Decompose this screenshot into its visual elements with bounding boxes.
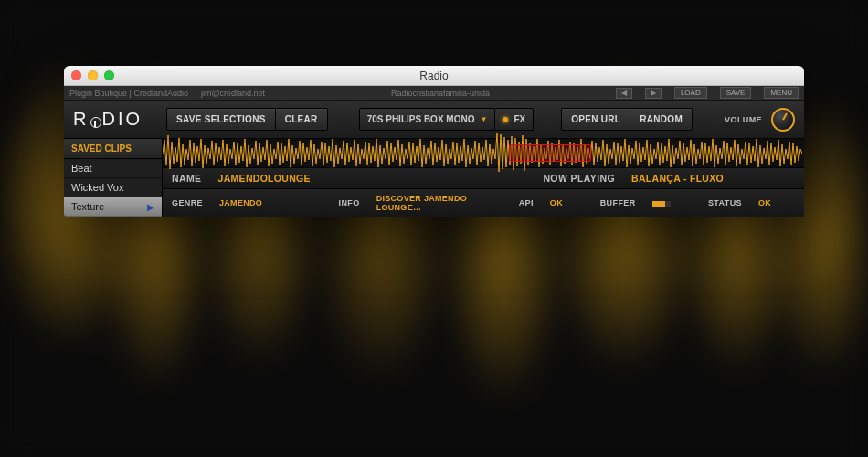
sidebar-item-beat[interactable]: Beat [64,159,162,178]
sidebar-item-texture[interactable]: Texture ▶ [64,197,162,217]
buffer-label: BUFFER [600,198,636,207]
app-logo: R DIO [73,109,143,130]
menu-button[interactable]: MENU [764,87,799,99]
genre-label: GENRE [172,198,203,207]
genre-value: JAMENDO [219,198,262,207]
preset-name[interactable]: Radiocristianafamilia-unida [391,89,490,98]
info-value: DISCOVER JAMENDO LOUNGE… [376,194,486,212]
play-icon: ▶ [147,202,154,212]
save-preset-button[interactable]: SAVE [720,87,752,99]
titlebar: Radio [64,66,804,86]
main-panel: NAME JAMENDOLOUNGE NOW PLAYING BALANÇA -… [163,139,804,217]
plugin-user: jim@credland.net [201,89,265,98]
api-value: OK [550,198,563,207]
status-value: OK [758,198,771,207]
api-label: API [519,198,534,207]
app-window: Radio Plugin Boutique | CredlandAudio ji… [64,66,804,217]
plugin-vendor: Plugin Boutique | CredlandAudio [69,89,188,98]
radio-icon [89,115,101,128]
info-row-secondary: GENRE JAMENDO INFO DISCOVER JAMENDO LOUN… [163,188,804,217]
main-body: SAVED CLIPS Beat Wicked Vox Texture ▶ NA… [64,139,804,217]
preset-prev-button[interactable]: ◀ [616,88,632,99]
logo-text-pre: R [73,109,89,130]
waveform-area[interactable] [163,139,804,167]
logo-text-post: DIO [101,109,143,130]
selection-region[interactable] [509,144,591,162]
load-button[interactable]: LOAD [674,87,707,99]
sidebar-header: SAVED CLIPS [64,139,162,159]
preset-next-button[interactable]: ▶ [645,88,662,99]
buffer-meter [652,201,672,207]
window-title: Radio [64,69,804,82]
info-label: INFO [339,198,360,207]
waveform-icon [163,122,802,186]
sidebar: SAVED CLIPS Beat Wicked Vox Texture ▶ [64,139,163,217]
sidebar-item-label: Texture [71,201,104,212]
sidebar-item-wicked-vox[interactable]: Wicked Vox [64,178,162,197]
plugin-host-bar: Plugin Boutique | CredlandAudio jim@cred… [64,86,804,101]
status-label: STATUS [708,198,742,207]
